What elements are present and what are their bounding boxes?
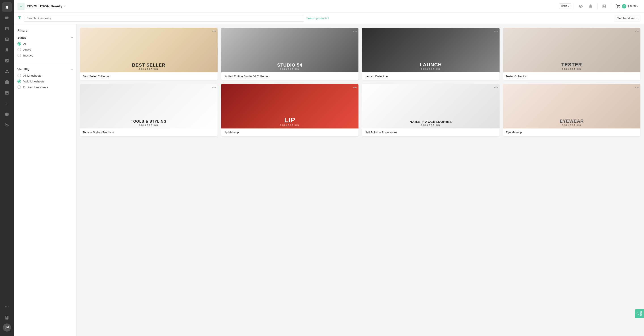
user-avatar[interactable]: JM bbox=[3, 324, 11, 332]
status-inactive-radio[interactable] bbox=[18, 54, 21, 57]
main-area: RB REVOLUTION Beauty ▾ USD ▾ bbox=[14, 0, 644, 336]
collection-image-lip: LIP COLLECTION ••• bbox=[221, 84, 359, 128]
sidebar-item-checklist[interactable] bbox=[2, 56, 12, 66]
collection-title-tools: Tools + Styling Products bbox=[80, 128, 218, 136]
sidebar-item-contacts[interactable] bbox=[2, 66, 12, 76]
content-area: Search products? Merchandised ▾ Filters … bbox=[14, 12, 644, 336]
sidebar-item-tags[interactable] bbox=[2, 13, 12, 23]
status-filter-header[interactable]: Status ▾ bbox=[18, 36, 73, 39]
sidebar-item-reports[interactable] bbox=[2, 34, 12, 44]
divider-3 bbox=[611, 3, 611, 9]
visibility-expired-option[interactable]: Expired Linesheets bbox=[18, 85, 73, 89]
sort-dropdown[interactable]: Merchandised ▾ bbox=[614, 15, 640, 21]
help-button[interactable]: Help bbox=[635, 309, 644, 318]
status-filter-label: Status bbox=[18, 36, 26, 39]
status-active-option[interactable]: Active bbox=[18, 48, 73, 51]
status-inactive-option[interactable]: Inactive bbox=[18, 54, 73, 57]
help-label: Help bbox=[640, 311, 643, 316]
collection-card-tester[interactable]: TESTER COLLECTION ••• Tester Collection bbox=[503, 28, 641, 80]
status-all-radio[interactable] bbox=[18, 42, 21, 45]
search-bar-area: Search products? Merchandised ▾ bbox=[14, 12, 644, 24]
card-menu-best-seller[interactable]: ••• bbox=[212, 29, 216, 33]
collection-title-tester: Tester Collection bbox=[503, 72, 641, 80]
collection-card-nails[interactable]: NAILS + ACCESSORIES COLLECTION ••• Nail … bbox=[362, 84, 500, 136]
visibility-all-label: All Linesheets bbox=[23, 74, 41, 77]
top-header: RB REVOLUTION Beauty ▾ USD ▾ bbox=[14, 0, 644, 12]
collection-card-studio54[interactable]: STUDIO 54 COLLECTION ••• Limited Edition… bbox=[221, 28, 359, 80]
cart-chevron: ▾ bbox=[637, 5, 638, 7]
card-menu-eyewear[interactable]: ••• bbox=[635, 86, 639, 89]
spreadsheet-btn[interactable] bbox=[600, 2, 608, 10]
sidebar-dark: ••• JM bbox=[0, 0, 14, 336]
sidebar-item-analytics[interactable] bbox=[2, 99, 12, 109]
card-menu-lip[interactable]: ••• bbox=[353, 86, 357, 89]
collection-image-launch: LAUNCH COLLECTION ••• bbox=[362, 28, 500, 72]
visibility-filter-header[interactable]: Visibility ▾ bbox=[18, 68, 73, 71]
sort-label: Merchandised bbox=[617, 16, 635, 20]
sidebar-item-info[interactable] bbox=[2, 109, 12, 119]
cart-amount: $ 0.00 bbox=[628, 4, 636, 8]
divider-1 bbox=[574, 3, 574, 9]
search-input[interactable] bbox=[24, 15, 304, 22]
collection-card-lip[interactable]: LIP COLLECTION ••• Lip Makeup bbox=[221, 84, 359, 136]
collection-title-eyewear: Eye Makeup bbox=[503, 128, 641, 136]
currency-selector[interactable]: USD ▾ bbox=[559, 3, 571, 9]
header-controls: USD ▾ 2 $ 0.00 ▾ bbox=[559, 2, 640, 10]
card-menu-tools[interactable]: ••• bbox=[212, 86, 216, 89]
collection-title-nails: Nail Polish + Accessories bbox=[362, 128, 500, 136]
search-input-wrap bbox=[24, 15, 304, 22]
sidebar-item-book[interactable] bbox=[2, 313, 12, 323]
card-menu-nails[interactable]: ••• bbox=[494, 86, 498, 89]
visibility-all-radio[interactable] bbox=[18, 74, 21, 77]
collection-title-lip: Lip Makeup bbox=[221, 128, 359, 136]
visibility-all-option[interactable]: All Linesheets bbox=[18, 74, 73, 77]
cart-badge: 2 bbox=[622, 4, 626, 8]
sidebar-item-home[interactable] bbox=[2, 2, 12, 12]
sidebar-item-bookmark[interactable] bbox=[2, 45, 12, 55]
collection-image-best-seller: BEST SELLER COLLECTION ••• bbox=[80, 28, 218, 72]
brand-logo-icon: RB bbox=[18, 3, 24, 10]
collection-image-tools: TOOLS & STYLING COLLECTION ••• bbox=[80, 84, 218, 128]
visibility-valid-option[interactable]: Valid Linesheets bbox=[18, 79, 73, 83]
collection-title-studio54: Limited Edition Studio 54 Collection bbox=[221, 72, 359, 80]
status-active-label: Active bbox=[23, 48, 31, 51]
sort-chevron: ▾ bbox=[636, 17, 638, 19]
collection-card-eyewear[interactable]: EYEWEAR COLLECTION ••• Eye Makeup bbox=[503, 84, 641, 136]
status-filter-chevron: ▾ bbox=[71, 36, 73, 39]
collection-title-launch: Launch Collection bbox=[362, 72, 500, 80]
visibility-valid-radio[interactable] bbox=[18, 79, 21, 83]
collection-title-best-seller: Best Seller Collection bbox=[80, 72, 218, 80]
card-menu-launch[interactable]: ••• bbox=[494, 29, 498, 33]
collection-image-studio54: STUDIO 54 COLLECTION ••• bbox=[221, 28, 359, 72]
collection-card-tools[interactable]: TOOLS & STYLING COLLECTION ••• Tools + S… bbox=[80, 84, 218, 136]
currency-chevron: ▾ bbox=[568, 5, 569, 7]
currency-label: USD bbox=[561, 4, 567, 8]
svg-text:RB: RB bbox=[20, 6, 22, 7]
card-menu-tester[interactable]: ••• bbox=[635, 29, 639, 33]
visibility-expired-radio[interactable] bbox=[18, 85, 21, 89]
sidebar-item-image[interactable] bbox=[2, 88, 12, 98]
brand-logo[interactable]: RB REVOLUTION Beauty ▾ bbox=[18, 3, 66, 10]
collection-card-launch[interactable]: LAUNCH COLLECTION ••• Launch Collection bbox=[362, 28, 500, 80]
visibility-btn[interactable] bbox=[577, 2, 585, 10]
brand-chevron: ▾ bbox=[64, 5, 66, 8]
collection-image-eyewear: EYEWEAR COLLECTION ••• bbox=[503, 84, 641, 128]
card-menu-studio54[interactable]: ••• bbox=[353, 29, 357, 33]
sidebar-item-inventory[interactable] bbox=[2, 77, 12, 87]
cart-button[interactable]: 2 $ 0.00 ▾ bbox=[614, 3, 640, 9]
notifications-btn[interactable] bbox=[586, 2, 594, 10]
collection-image-tester: TESTER COLLECTION ••• bbox=[503, 28, 641, 72]
products-area: BEST SELLER COLLECTION ••• Best Seller C… bbox=[76, 24, 644, 336]
search-products-link[interactable]: Search products? bbox=[306, 16, 329, 20]
filter-icon[interactable] bbox=[18, 16, 22, 21]
collection-card-best-seller[interactable]: BEST SELLER COLLECTION ••• Best Seller C… bbox=[80, 28, 218, 80]
sidebar-item-more[interactable]: ••• bbox=[2, 302, 12, 312]
status-filter-section: Status ▾ All Active bbox=[18, 36, 73, 63]
sidebar-item-handshake[interactable] bbox=[2, 120, 12, 130]
status-all-option[interactable]: All bbox=[18, 42, 73, 45]
divider-2 bbox=[597, 3, 598, 9]
sidebar-item-orders[interactable] bbox=[2, 24, 12, 33]
visibility-filter-chevron: ▾ bbox=[71, 68, 73, 71]
visibility-valid-label: Valid Linesheets bbox=[23, 80, 44, 83]
status-active-radio[interactable] bbox=[18, 48, 21, 51]
